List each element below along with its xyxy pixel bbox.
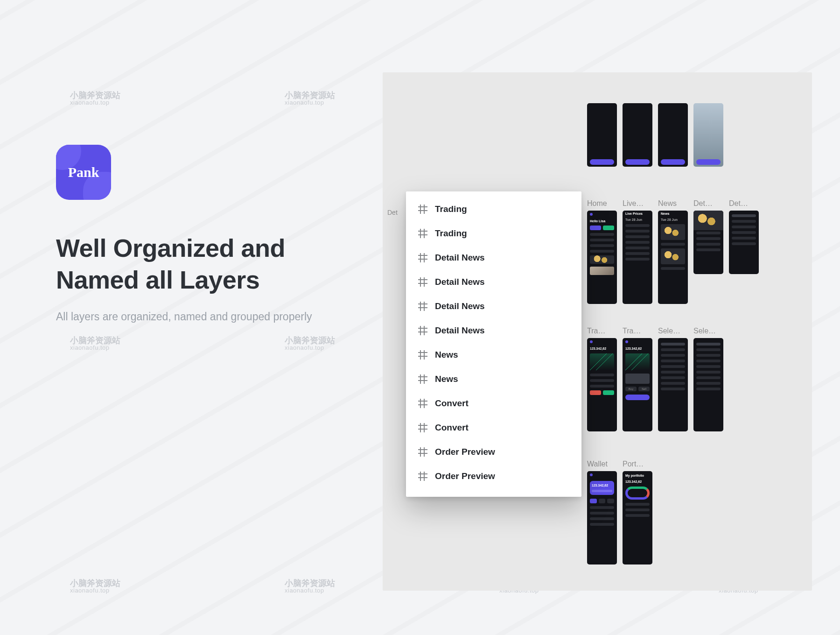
screen-thumb[interactable]	[658, 103, 688, 167]
layer-name: Trading	[435, 228, 467, 239]
screen-thumb[interactable]	[729, 211, 759, 274]
layer-name: Detail News	[435, 253, 485, 263]
screen-thumb[interactable]: 123.342,62 BuySell	[623, 338, 652, 431]
frame-group-onboarding	[587, 103, 723, 167]
layer-item[interactable]: Detail News	[406, 294, 581, 318]
screen-thumb[interactable]	[623, 103, 652, 167]
layers-panel: Trading Trading Detail News Detail News …	[406, 191, 581, 497]
layer-item[interactable]: Convert	[406, 391, 581, 416]
frame-label: News	[658, 199, 677, 208]
screen-thumb[interactable]	[587, 103, 617, 167]
watermark: 小脑斧资源站xiaonaofu.top	[70, 579, 120, 593]
screen-thumb[interactable]: 123.342,62	[587, 338, 617, 431]
layer-item[interactable]: Detail News	[406, 270, 581, 294]
layer-item[interactable]: News	[406, 343, 581, 367]
frame-label: Tra…	[587, 327, 605, 335]
frame-icon	[418, 399, 427, 408]
promo-left: Pank Well Organized and Named all Layers…	[56, 145, 364, 325]
frame-label: Live…	[623, 199, 644, 208]
frame-label: Tra…	[623, 327, 641, 335]
watermark: 小脑斧资源站xiaonaofu.top	[70, 91, 120, 106]
layer-name: Convert	[435, 398, 469, 409]
frame-icon	[418, 472, 427, 481]
frame-icon	[418, 277, 427, 287]
frame-group-trading: Tra… 123.342,62 Tra… 123.342,62 BuySell …	[587, 327, 723, 431]
frame-icon	[418, 302, 427, 311]
frame-group-home: Home Hello Lisa Live… Live PricesTue 28 …	[587, 199, 759, 304]
screen-thumb[interactable]: 123.342,62	[587, 471, 617, 564]
frame-icon	[418, 229, 427, 238]
watermark: 小脑斧资源站xiaonaofu.top	[70, 336, 120, 351]
frame-icon	[418, 350, 427, 360]
layer-item[interactable]: Trading	[406, 221, 581, 246]
frame-label: Home	[587, 199, 607, 208]
layer-name: Trading	[435, 204, 467, 214]
layer-item[interactable]: Order Preview	[406, 440, 581, 464]
layer-name: Detail News	[435, 301, 485, 311]
screen-thumb[interactable]: NewsTue 28 Jun	[658, 211, 688, 304]
frame-label: Sele…	[693, 327, 716, 335]
app-name: Pank	[68, 164, 99, 180]
layer-name: Order Preview	[435, 471, 495, 481]
layer-name: Detail News	[435, 277, 485, 287]
screen-thumb[interactable]	[693, 211, 723, 274]
subline: All layers are organized, named and grou…	[56, 309, 364, 325]
frame-icon	[418, 423, 427, 432]
frame-label: Det…	[693, 199, 713, 208]
design-canvas: Det Home Hello Lisa Live… Live PricesTue…	[383, 72, 812, 591]
layer-name: News	[435, 374, 458, 384]
layer-item[interactable]: Trading	[406, 197, 581, 221]
screen-thumb[interactable]	[658, 338, 688, 431]
screen-thumb[interactable]: My portfolio 123.342,62	[623, 471, 652, 564]
watermark: 小脑斧资源站xiaonaofu.top	[285, 579, 335, 593]
frame-label: Sele…	[658, 327, 680, 335]
screen-thumb[interactable]: Hello Lisa	[587, 211, 617, 304]
frame-label: Det…	[729, 199, 748, 208]
frame-group-wallet: Wallet 123.342,62 Port… My portfolio 123…	[587, 460, 652, 564]
watermark: 小脑斧资源站xiaonaofu.top	[285, 91, 335, 106]
frame-icon	[418, 253, 427, 262]
layer-name: News	[435, 350, 458, 360]
layer-item[interactable]: Order Preview	[406, 464, 581, 488]
frame-label: Port…	[623, 460, 644, 468]
screen-thumb[interactable]: Live PricesTue 28 Jun	[623, 211, 652, 304]
layer-item[interactable]: Detail News	[406, 246, 581, 270]
screen-thumb[interactable]	[693, 338, 723, 431]
screen-thumb[interactable]	[693, 103, 723, 167]
layer-item[interactable]: Convert	[406, 416, 581, 440]
frame-icon	[418, 205, 427, 214]
app-icon: Pank	[56, 145, 111, 200]
layer-name: Detail News	[435, 325, 485, 336]
headline: Well Organized and Named all Layers	[56, 233, 364, 296]
layer-name: Convert	[435, 423, 469, 433]
partial-frame-label: Det	[387, 209, 398, 216]
layer-name: Order Preview	[435, 447, 495, 457]
layer-item[interactable]: Detail News	[406, 318, 581, 343]
watermark: 小脑斧资源站xiaonaofu.top	[285, 336, 335, 351]
frame-icon	[418, 326, 427, 335]
frame-label: Wallet	[587, 460, 608, 468]
layer-item[interactable]: News	[406, 367, 581, 391]
frame-icon	[418, 447, 427, 457]
frame-icon	[418, 374, 427, 384]
